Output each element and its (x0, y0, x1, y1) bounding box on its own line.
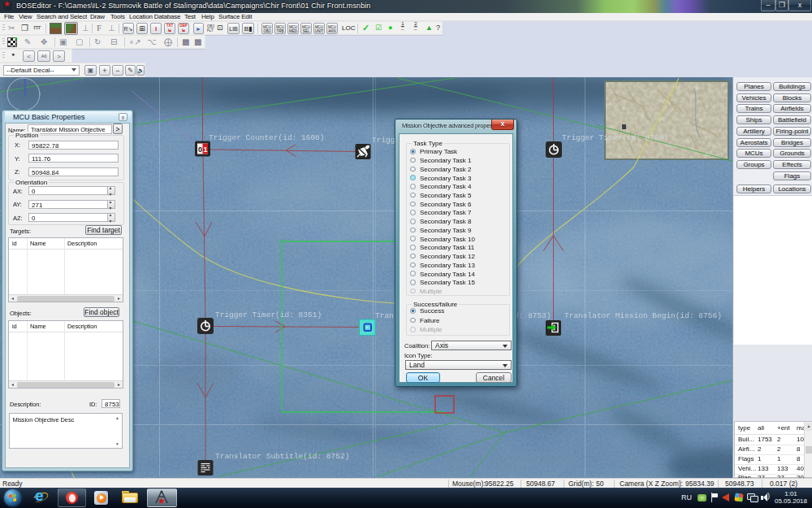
svg-text:Trigger Counter(id: 1608): Trigger Counter(id: 1608) (209, 133, 325, 142)
svg-text:0: 0 (198, 145, 202, 154)
svg-text:Trigger Timer(id: 8351): Trigger Timer(id: 8351) (215, 310, 322, 319)
svg-text:★: ★ (158, 496, 166, 506)
svg-text:Trigger Timer(id: 8750): Trigger Timer(id: 8750) (562, 133, 668, 142)
svg-text:Translator Subtitle(id: 8752): Translator Subtitle(id: 8752) (215, 452, 349, 461)
svg-text:1: 1 (204, 145, 208, 154)
svg-text:Translator Mission Begin(id: 8: Translator Mission Begin(id: 8756) (564, 311, 722, 320)
